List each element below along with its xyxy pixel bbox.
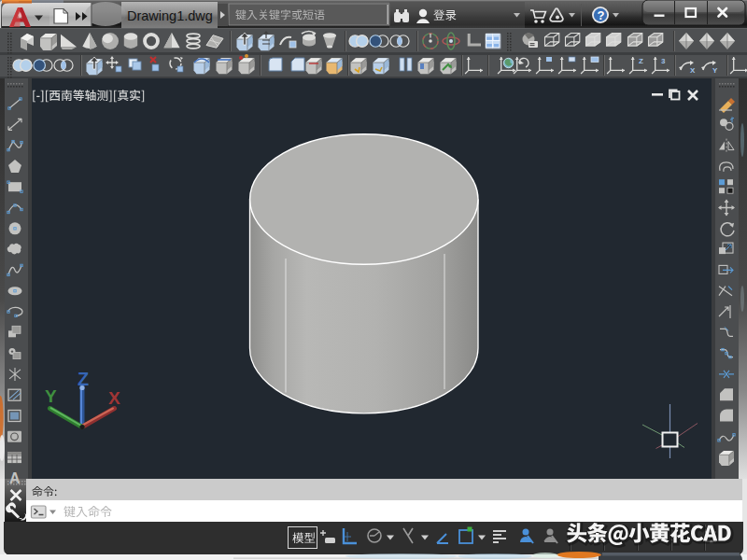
svg-text:A: A (9, 470, 21, 486)
svg-text:Y: Y (712, 66, 718, 75)
svg-text:Z: Z (78, 369, 89, 389)
svg-text:?: ? (598, 8, 605, 22)
svg-text:X: X (690, 66, 696, 75)
svg-text:X: X (108, 388, 120, 408)
svg-text:Y: Y (45, 386, 57, 406)
svg-text:Drawing1.dwg: Drawing1.dwg (127, 8, 213, 23)
svg-text:Z: Z (639, 57, 643, 65)
svg-text:3: 3 (661, 57, 666, 65)
